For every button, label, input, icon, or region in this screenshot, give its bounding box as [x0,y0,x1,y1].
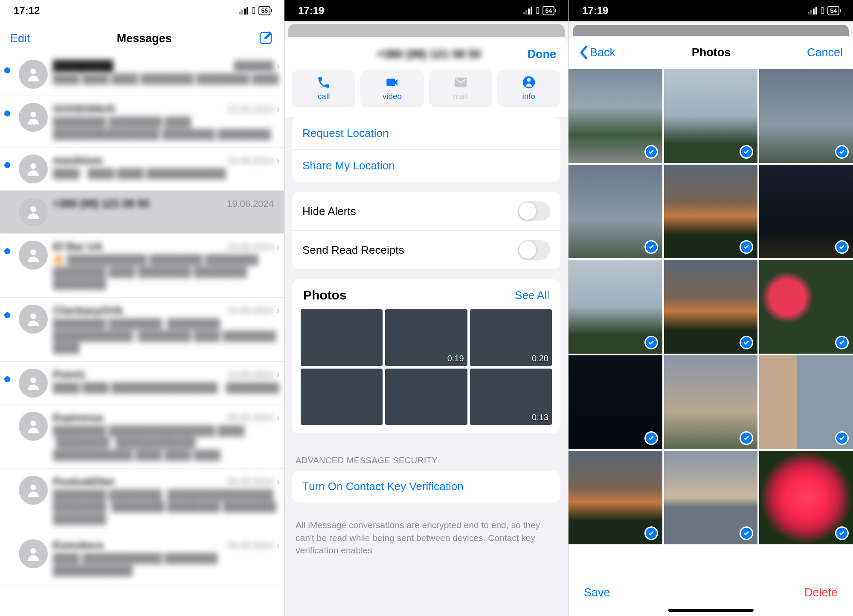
svg-point-5 [30,250,36,255]
photo-thumbnail[interactable] [569,69,662,163]
svg-point-2 [30,112,36,117]
message-row[interactable]: PoshukDitei 30.05.2024 › ████████ ██████… [0,469,284,533]
conversation-date: 30.05.2024 [227,540,274,551]
signal-icon [239,7,248,15]
conversation-name: Point1 [53,369,85,381]
conversation-name: Ef Bar UA [53,241,103,253]
photo-thumbnail[interactable] [664,355,758,449]
video-duration: 0:19 [447,354,464,363]
unread-dot [4,162,10,168]
conversation-preview: ████████ ████████, ████████████████ ████… [53,489,280,526]
message-row[interactable]: Ef Bar UA 19.06.2024 › 🔥 ████████████ ██… [0,234,284,298]
status-bar: 17:12 􀙇 55 [0,0,284,21]
avatar [19,241,48,270]
home-indicator[interactable] [668,609,754,612]
photo-thumbnail[interactable] [569,165,662,259]
svg-point-1 [30,69,36,74]
photo-thumbnail[interactable] [664,165,758,259]
unread-dot [4,483,10,489]
unread-dot [4,110,10,116]
message-row[interactable]: GOODSNUS 23.06.2024 › ████████ ████████ … [0,96,284,148]
photo-thumbnail[interactable] [664,451,758,545]
avatar [19,369,48,398]
photo-thumbnail[interactable] [759,69,853,163]
avatar [19,539,48,568]
video-button[interactable]: video [360,70,424,107]
conversation-preview: ████ ████████████ ████████ ████████████ [53,552,280,577]
cancel-button[interactable]: Cancel [807,46,843,59]
selected-checkmark-icon [740,145,753,159]
background-card [573,25,849,37]
mail-button: mail [429,70,492,107]
message-row[interactable]: CherkasyOVA 15.06.2024 › ████████ ██████… [0,298,284,362]
save-button[interactable]: Save [584,586,610,599]
page-title: Photos [692,46,731,59]
message-row[interactable]: ████████ ██████ › ████ ████ ████ ███████… [0,53,284,96]
photo-thumbnail[interactable] [301,309,383,366]
avatar [19,154,48,183]
conversation-preview: ████████ ████████ ████ ████████████████ … [53,116,280,140]
photo-thumbnail[interactable] [759,260,853,354]
messages-header: Edit Messages [0,21,284,53]
photo-thumbnail[interactable] [569,355,662,449]
battery-icon: 55 [258,6,270,15]
see-all-button[interactable]: See All [515,289,549,302]
message-row[interactable]: +380 (98) 121 08 50 19.06.2024 › [0,191,284,234]
selected-checkmark-icon [835,526,849,540]
edit-button[interactable]: Edit [10,32,30,45]
photos-footer: Save Delete [569,575,853,604]
done-button[interactable]: Done [528,48,557,61]
message-row[interactable]: masiktom 19.06.2024 › ████ - ████ ████ █… [0,148,284,191]
info-button[interactable]: info [497,70,560,107]
conversation-date: 13.06.2024 [227,369,274,380]
contact-key-verification-button[interactable]: Turn On Contact Key Verification [292,471,560,503]
back-button[interactable]: Back [579,45,615,60]
chevron-right-icon: › [276,305,280,317]
selected-checkmark-icon [740,431,753,445]
selected-checkmark-icon [644,431,658,445]
conversation-date: 19.06.2024 [227,155,274,166]
photo-thumbnail[interactable] [759,355,853,449]
video-duration: 0:13 [532,413,548,422]
selected-checkmark-icon [644,145,658,159]
conversation-date: 15.06.2024 [227,305,274,316]
photo-thumbnail[interactable]: 0:13 [470,369,552,425]
selected-checkmark-icon [835,145,849,159]
photo-thumbnail[interactable]: 0:20 [470,309,552,366]
conversation-preview: ████ ████ ████ ████████ ████████ ████ [53,73,280,85]
read-receipts-toggle[interactable] [518,240,550,260]
avatar [19,476,48,505]
photo-thumbnail[interactable] [569,260,662,354]
photo-thumbnail[interactable] [569,451,662,545]
photo-thumbnail[interactable] [301,369,383,425]
status-indicators: 􀙇 55 [239,5,270,16]
video-icon [385,76,399,89]
clock: 17:12 [14,5,40,17]
photo-thumbnail[interactable] [759,451,853,545]
chevron-right-icon: › [276,198,280,210]
photo-thumbnail[interactable] [385,369,467,425]
delete-button[interactable]: Delete [804,586,838,599]
share-location-button[interactable]: Share My Location [292,150,560,182]
photo-thumbnail[interactable] [664,260,758,354]
read-receipts-row: Send Read Receipts [292,231,560,269]
conversation-preview: ████ - ████ ████ ████████████ [53,168,280,180]
message-row[interactable]: Espirenza 08.06.2024 › ████████ ████████… [0,405,284,469]
message-row[interactable]: Esmokers 30.05.2024 › ████ ████████████ … [0,532,284,584]
clock: 17:19 [582,5,608,17]
hide-alerts-toggle[interactable] [518,201,550,221]
svg-point-4 [30,206,36,212]
photo-thumbnail[interactable] [664,69,758,163]
photo-thumbnail[interactable]: 0:19 [385,309,467,366]
unread-dot [4,67,10,73]
conversation-preview: ████████ ████████! ████████ ████████████… [53,318,280,354]
conversation-date: 19.06.2024 [227,241,274,253]
svg-point-7 [30,377,36,383]
request-location-button[interactable]: Request Location [292,117,560,150]
photo-thumbnail[interactable] [759,165,853,259]
avatar [19,305,48,334]
message-row[interactable]: Point1 13.06.2024 › ████ ████ ██████████… [0,362,284,405]
call-button[interactable]: call [292,70,355,107]
svg-point-12 [527,78,531,82]
compose-button[interactable] [258,30,274,47]
